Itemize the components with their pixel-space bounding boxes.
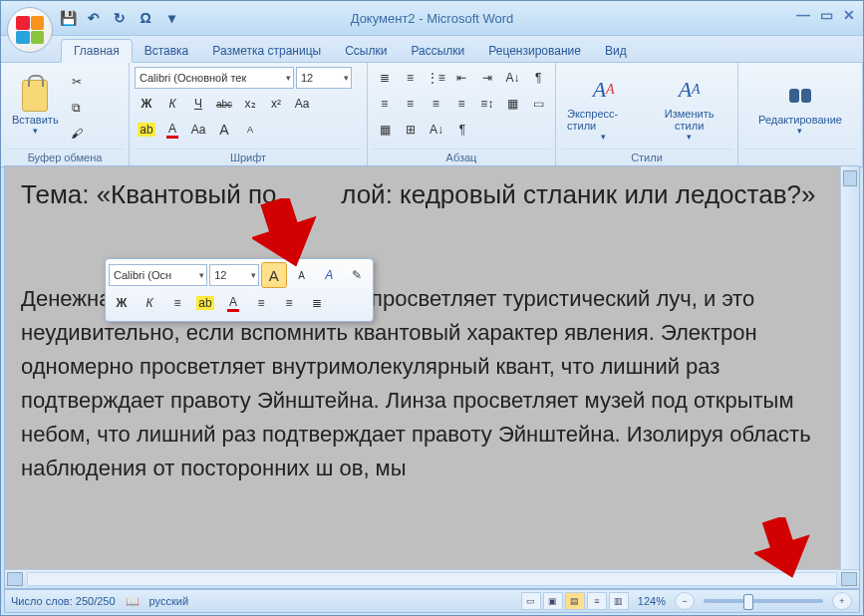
zoom-out-button[interactable]: − (675, 592, 695, 610)
group-font: Calibri (Основной тек 12 Ж К Ч abc x₂ x²… (130, 63, 368, 166)
justify-button[interactable]: ≡ (449, 92, 473, 116)
font-name-combo[interactable]: Calibri (Основной тек (135, 67, 294, 89)
close-button[interactable]: ✕ (843, 7, 855, 23)
view-print-layout[interactable]: ▭ (521, 592, 541, 610)
bold-button[interactable]: Ж (135, 92, 158, 116)
para-extra3[interactable]: A↓ (425, 118, 448, 142)
vertical-scrollbar[interactable] (840, 166, 859, 570)
font-color-button[interactable]: A (160, 118, 184, 142)
paste-dropdown[interactable]: ▾ (33, 126, 38, 136)
mini-bold[interactable]: Ж (109, 290, 135, 316)
shrink-font-button[interactable]: A (238, 118, 262, 142)
language-indicator[interactable]: русский (149, 595, 188, 607)
tab-view[interactable]: Вид (593, 40, 639, 62)
qat-save[interactable]: 💾 (57, 7, 79, 29)
show-marks-button[interactable]: ¶ (526, 66, 550, 90)
multilevel-button[interactable]: ⋮≡ (424, 66, 447, 90)
zoom-slider[interactable] (704, 599, 823, 603)
window-title: Документ2 - Microsoft Word (351, 11, 514, 26)
change-case-button[interactable]: Aa (290, 92, 314, 116)
qat-repeat[interactable]: Ω (135, 7, 156, 29)
highlight-button[interactable]: ab (135, 118, 158, 142)
font-size-combo[interactable]: 12 (296, 67, 352, 89)
tab-mailings[interactable]: Рассылки (399, 40, 476, 62)
strike-button[interactable]: abc (212, 92, 236, 116)
mini-font-color[interactable]: A (220, 290, 246, 316)
quick-styles-dropdown[interactable]: ▾ (601, 132, 606, 142)
cut-button[interactable]: ✂ (65, 70, 89, 94)
paste-button[interactable]: Вставить ▾ (6, 66, 65, 149)
editing-dropdown[interactable]: ▾ (797, 126, 802, 136)
tab-references[interactable]: Ссылки (333, 40, 399, 62)
vscroll-thumb[interactable] (843, 170, 857, 186)
maximize-button[interactable]: ▭ (820, 7, 833, 23)
binoculars-icon (784, 80, 816, 112)
sort-button[interactable]: A↓ (501, 66, 525, 90)
mini-font-name[interactable]: Calibri (Осн (109, 264, 207, 286)
zoom-value[interactable]: 124% (638, 595, 666, 607)
word-count[interactable]: Число слов: 250/250 (11, 595, 116, 607)
para-extra2[interactable]: ⊞ (399, 118, 423, 142)
borders-button[interactable]: ▭ (526, 92, 550, 116)
superscript-button[interactable]: x² (264, 92, 288, 116)
numbering-button[interactable]: ≡ (399, 66, 423, 90)
hscroll-left-button[interactable] (7, 572, 23, 586)
mini-italic[interactable]: К (137, 290, 162, 316)
underline-button[interactable]: Ч (186, 92, 210, 116)
align-center-button[interactable]: ≡ (399, 92, 423, 116)
quick-styles-button[interactable]: AA Экспресс-стили ▾ (561, 66, 646, 149)
change-case2-button[interactable]: Aa (186, 118, 210, 142)
decrease-indent-button[interactable]: ⇤ (449, 66, 473, 90)
tab-page-layout[interactable]: Разметка страницы (200, 40, 333, 62)
para-extra1[interactable]: ▦ (373, 118, 397, 142)
minimize-button[interactable]: — (796, 7, 810, 23)
mini-format-painter[interactable]: ✎ (344, 262, 370, 288)
tab-review[interactable]: Рецензирование (476, 40, 593, 62)
zoom-slider-knob[interactable] (743, 594, 753, 610)
line-spacing-button[interactable]: ≡↕ (475, 92, 499, 116)
para-extra4[interactable]: ¶ (450, 118, 474, 142)
qat-customize[interactable]: ▾ (160, 7, 182, 29)
subscript-button[interactable]: x₂ (238, 92, 262, 116)
grow-font-button[interactable]: A (212, 118, 236, 142)
italic-button[interactable]: К (160, 92, 184, 116)
group-styles: AA Экспресс-стили ▾ AA Изменить стили ▾ … (556, 63, 738, 166)
document-page[interactable]: Тема: «Квантовый похххххлой: кедровый ст… (5, 166, 841, 570)
mini-highlight[interactable]: ab (192, 290, 218, 316)
tab-home[interactable]: Главная (61, 39, 133, 63)
view-full-screen[interactable]: ▣ (543, 592, 563, 610)
copy-button[interactable]: ⧉ (65, 96, 89, 120)
change-styles-icon: AA (674, 74, 706, 106)
title-bar: 💾 ↶ ↻ Ω ▾ Документ2 - Microsoft Word — ▭… (1, 1, 863, 36)
format-painter-button[interactable]: 🖌 (65, 122, 89, 146)
increase-indent-button[interactable]: ⇥ (475, 66, 499, 90)
change-styles-button[interactable]: AA Изменить стили ▾ (646, 66, 732, 149)
align-right-button[interactable]: ≡ (424, 92, 447, 116)
tab-insert[interactable]: Вставка (133, 40, 201, 62)
view-outline[interactable]: ≡ (587, 592, 607, 610)
align-left-button[interactable]: ≡ (373, 92, 397, 116)
editing-button[interactable]: Редактирование ▾ (752, 66, 848, 149)
group-clipboard: Вставить ▾ ✂ ⧉ 🖌 Буфер обмена (1, 63, 130, 166)
hscroll-track[interactable] (27, 572, 837, 586)
zoom-in-button[interactable]: + (832, 592, 852, 610)
qat-undo[interactable]: ↶ (83, 7, 105, 29)
hscroll-right-button[interactable] (841, 572, 857, 586)
change-styles-dropdown[interactable]: ▾ (687, 132, 692, 142)
view-draft[interactable]: ▥ (609, 592, 629, 610)
group-editing: Редактирование ▾ (738, 63, 863, 166)
paste-label: Вставить (12, 114, 59, 126)
office-button[interactable] (7, 7, 53, 53)
mini-center[interactable]: ≡ (164, 290, 190, 316)
mini-decrease-indent[interactable]: ≡ (248, 290, 274, 316)
spellcheck-icon[interactable]: 📖 (126, 595, 140, 608)
editing-label: Редактирование (758, 114, 842, 126)
mini-increase-indent[interactable]: ≡ (276, 290, 302, 316)
office-logo-icon (16, 16, 44, 44)
bullets-button[interactable]: ≣ (373, 66, 397, 90)
mini-bullets[interactable]: ≣ (304, 290, 330, 316)
qat-redo[interactable]: ↻ (109, 7, 131, 29)
horizontal-scrollbar[interactable] (5, 569, 859, 588)
shading-button[interactable]: ▦ (501, 92, 525, 116)
view-web-layout[interactable]: ▤ (565, 592, 585, 610)
